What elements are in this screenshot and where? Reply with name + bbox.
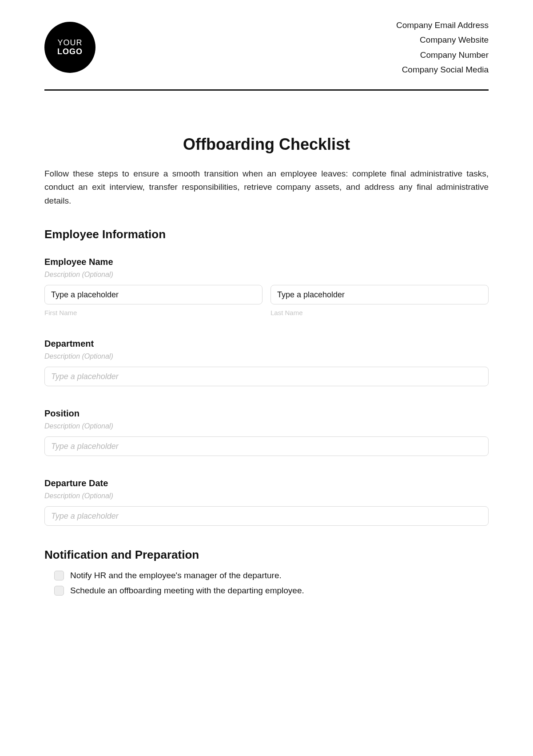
checklist: Notify HR and the employee's manager of … xyxy=(44,571,489,596)
field-employee-name: Employee Name Description (Optional) Typ… xyxy=(44,257,489,316)
departure-label: Departure Date xyxy=(44,478,489,488)
last-name-sublabel: Last Name xyxy=(270,309,489,316)
first-name-sublabel: First Name xyxy=(44,309,263,316)
checkbox-2[interactable] xyxy=(54,586,64,596)
field-departure-date: Departure Date Description (Optional) Ty… xyxy=(44,478,489,526)
section-employee-info: Employee Information xyxy=(44,228,489,241)
company-website: Company Website xyxy=(396,32,489,47)
check-item-1: Notify HR and the employee's manager of … xyxy=(54,571,489,580)
department-input[interactable]: Type a placeholder xyxy=(44,367,489,386)
company-email: Company Email Address xyxy=(396,18,489,32)
logo-line1: YOUR xyxy=(57,39,82,48)
check-text-1: Notify HR and the employee's manager of … xyxy=(70,571,282,580)
logo-line2: LOGO xyxy=(57,48,83,56)
company-social: Company Social Media xyxy=(396,62,489,77)
intro-text: Follow these steps to ensure a smooth tr… xyxy=(44,167,489,208)
section-notification: Notification and Preparation xyxy=(44,548,489,562)
check-text-2: Schedule an offboarding meeting with the… xyxy=(70,586,304,596)
position-label: Position xyxy=(44,408,489,419)
departure-input[interactable]: Type a placeholder xyxy=(44,506,489,526)
department-desc: Description (Optional) xyxy=(44,352,489,360)
page-title: Offboarding Checklist xyxy=(44,135,489,154)
position-input[interactable]: Type a placeholder xyxy=(44,436,489,456)
header: YOUR LOGO Company Email Address Company … xyxy=(44,18,489,86)
company-info: Company Email Address Company Website Co… xyxy=(396,18,489,77)
check-item-2: Schedule an offboarding meeting with the… xyxy=(54,586,489,596)
field-department: Department Description (Optional) Type a… xyxy=(44,339,489,386)
first-name-input[interactable]: Type a placeholder xyxy=(44,285,263,304)
employee-name-label: Employee Name xyxy=(44,257,489,267)
company-number: Company Number xyxy=(396,48,489,62)
department-label: Department xyxy=(44,339,489,349)
logo: YOUR LOGO xyxy=(44,22,95,73)
employee-name-desc: Description (Optional) xyxy=(44,271,489,279)
last-name-input[interactable]: Type a placeholder xyxy=(270,285,489,304)
position-desc: Description (Optional) xyxy=(44,422,489,430)
checkbox-1[interactable] xyxy=(54,571,64,580)
departure-desc: Description (Optional) xyxy=(44,492,489,500)
field-position: Position Description (Optional) Type a p… xyxy=(44,408,489,456)
